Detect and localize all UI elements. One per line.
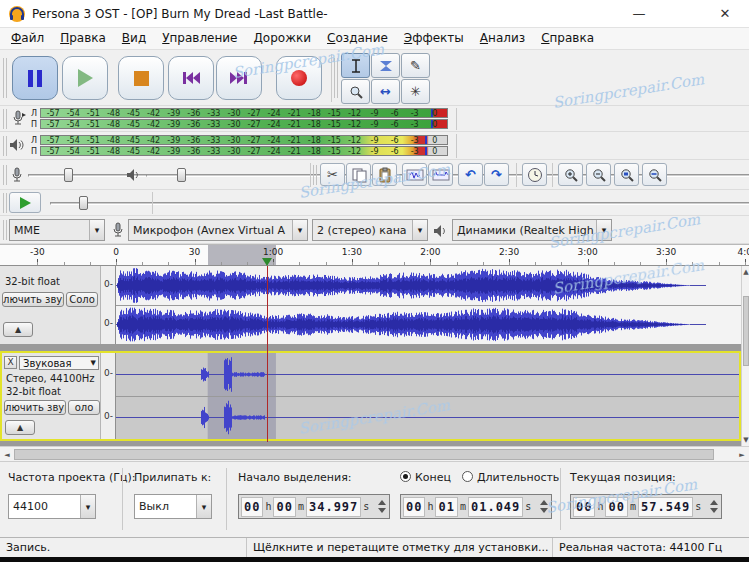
recording-meter-right[interactable]: -57-54-51-48-45-42-39-36-33-30-27-24-21-… [40, 119, 448, 129]
menu-item-0[interactable]: Файл [3, 28, 52, 49]
toolbar-grip[interactable] [3, 165, 7, 185]
audio-host-combo[interactable]: MME ▾ [9, 219, 105, 241]
multi-tool-button[interactable]: ✳ [401, 79, 430, 104]
length-radio[interactable] [462, 471, 473, 482]
scroll-left-arrow[interactable]: ◄ [0, 447, 14, 462]
playback-meter-left[interactable]: -57-54-51-48-45-42-39-36-33-30-27-24-21-… [40, 135, 448, 145]
toolbar-grip[interactable] [313, 165, 317, 185]
selection-end-time-field[interactable]: 00 h 01 m 01.049 s [400, 494, 552, 519]
scrollbar-thumb[interactable] [743, 296, 749, 366]
project-rate-combo[interactable]: 44100 ▾ [8, 494, 96, 519]
envelope-tool-button[interactable] [371, 53, 400, 78]
track-1-control-panel[interactable]: 32-bit float лючить звук Соло ▲ [0, 266, 100, 344]
scroll-up-arrow[interactable]: ▲ [742, 266, 749, 278]
minimize-button[interactable]: — [617, 0, 661, 28]
horizontal-scrollbar[interactable]: ◄ ► [0, 446, 749, 461]
playback-meter-right[interactable]: -57-54-51-48-45-42-39-36-33-30-27-24-21-… [40, 146, 448, 156]
output-device-combo[interactable]: Динамики (Realtek High D ▾ [452, 219, 612, 241]
zoom-out-button[interactable] [586, 163, 611, 186]
input-device-combo[interactable]: Микрофон (Avnex Virtual A ▾ [128, 219, 308, 241]
selection-start-time-field[interactable]: 00 h 00 m 34.997 s [238, 494, 390, 519]
menu-item-5[interactable]: Создание [319, 28, 396, 49]
menu-item-8[interactable]: Справка [533, 28, 602, 49]
menu-item-7[interactable]: Анализ [472, 28, 533, 49]
input-volume-slider[interactable] [28, 166, 114, 184]
track-2-control-panel[interactable]: X Звуковая ▼ Стерео, 44100Hz 32-bit floa… [2, 353, 102, 439]
track-1-vertical-ruler[interactable]: 0- 0- [100, 266, 116, 344]
audacity-window: Persona 3 OST - [OP] Burn My Dread -Last… [0, 0, 749, 562]
fit-project-button[interactable] [642, 163, 667, 186]
pause-button[interactable] [12, 56, 58, 100]
track-area: 32-bit float лючить звук Соло ▲ 0- 0- X … [0, 266, 749, 446]
solo-button[interactable]: Соло [66, 292, 98, 307]
toolbar-grip[interactable] [3, 109, 7, 129]
ruler-tick-label: 30 [189, 247, 200, 257]
scroll-down-arrow[interactable]: ▼ [742, 434, 749, 446]
vertical-scrollbar[interactable]: ▲ ▼ [741, 266, 749, 446]
current-position-time-field[interactable]: 00 h 00 m 57.549 s [570, 494, 722, 519]
zoom-in-button[interactable] [558, 163, 583, 186]
timeshift-tool-button[interactable]: ↔ [371, 79, 400, 104]
time-spinner[interactable] [538, 500, 549, 513]
paste-button[interactable] [372, 163, 397, 186]
recording-meter-left[interactable]: -57-54-51-48-45-42-39-36-33-30-27-24-21-… [40, 108, 448, 118]
skip-to-start-button[interactable] [168, 56, 214, 100]
mute-button[interactable]: лючить звук [2, 292, 64, 307]
time-spinner[interactable] [708, 500, 719, 513]
collapse-button[interactable]: ▲ [5, 420, 35, 435]
play-button[interactable] [62, 56, 108, 100]
skip-to-end-button[interactable] [216, 56, 262, 100]
input-channels-combo[interactable]: 2 (стерео) кана ▾ [312, 219, 428, 241]
slider-thumb[interactable] [177, 168, 186, 182]
menu-item-1[interactable]: Правка [52, 28, 114, 49]
close-button[interactable]: ✕ [703, 0, 747, 28]
track-2-waveform[interactable] [116, 353, 739, 439]
toolbar-grip[interactable] [3, 193, 7, 213]
toolbar-grip[interactable] [334, 58, 338, 98]
track-gap [0, 344, 741, 351]
play-at-speed-button[interactable] [9, 192, 41, 213]
meter-scale-number: -24 [268, 136, 281, 145]
end-radio[interactable] [400, 471, 411, 482]
redo-button[interactable]: ↷ [484, 163, 509, 186]
mute-button[interactable]: лючить звук [4, 400, 66, 415]
menu-item-3[interactable]: Управление [154, 28, 245, 49]
solo-button[interactable]: оло [68, 400, 100, 415]
scrollbar-thumb[interactable] [14, 449, 714, 460]
slider-thumb[interactable] [64, 168, 73, 182]
close-track-button[interactable]: X [4, 356, 17, 369]
track-1: 32-bit float лючить звук Соло ▲ 0- 0- [0, 266, 741, 344]
output-volume-slider[interactable] [146, 166, 232, 184]
menu-item-2[interactable]: Вид [114, 28, 154, 49]
zoom-tool-button[interactable] [341, 79, 370, 104]
menu-item-4[interactable]: Дорожки [245, 28, 319, 49]
collapse-button[interactable]: ▲ [3, 322, 33, 337]
selection-tool-button[interactable] [341, 53, 370, 78]
timeline-ruler[interactable]: -300301:001:302:002:303:003:304:0 [0, 244, 749, 266]
sync-lock-button[interactable] [522, 163, 547, 186]
playhead-pin-icon[interactable] [262, 258, 272, 266]
draw-tool-button[interactable]: ✎ [401, 53, 430, 78]
track-name-dropdown[interactable]: Звуковая ▼ [19, 356, 99, 370]
meter-scale-number: -57 [47, 136, 60, 145]
slider-thumb[interactable] [79, 196, 88, 210]
copy-button[interactable] [346, 163, 371, 186]
record-button[interactable] [276, 56, 322, 100]
silence-selection-button[interactable] [428, 163, 453, 186]
track-1-waveform[interactable] [116, 266, 741, 344]
trim-outside-selection-button[interactable] [402, 163, 427, 186]
snap-to-combo[interactable]: Выкл ▾ [134, 494, 212, 519]
toolbar-grip[interactable] [3, 220, 7, 240]
track-2-vertical-ruler[interactable]: 0- 0- [100, 353, 116, 439]
undo-icon: ↶ [465, 167, 476, 182]
fit-selection-button[interactable] [614, 163, 639, 186]
toolbar-grip[interactable] [3, 58, 7, 98]
stop-button[interactable] [118, 56, 164, 100]
scroll-right-arrow[interactable]: ► [735, 447, 749, 462]
undo-button[interactable]: ↶ [458, 163, 483, 186]
toolbar-grip[interactable] [3, 136, 7, 156]
playback-speed-slider[interactable] [50, 194, 140, 212]
cut-button[interactable]: ✂ [320, 163, 345, 186]
menu-item-6[interactable]: Эффекты [396, 28, 472, 49]
time-spinner[interactable] [376, 500, 387, 513]
